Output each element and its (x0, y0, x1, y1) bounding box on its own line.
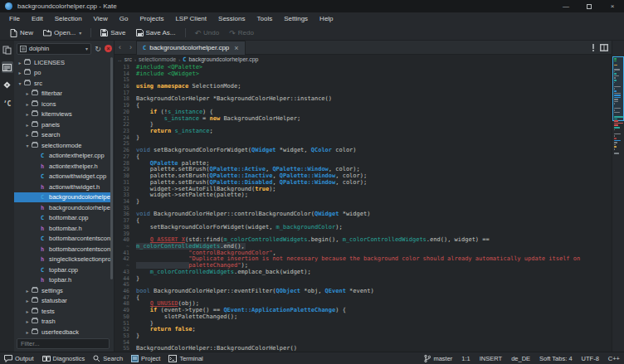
tree-item-tests[interactable]: ▸tests (14, 306, 110, 317)
minimap-scrollbar[interactable] (612, 41, 624, 352)
chevron-collapsed-icon[interactable]: ▸ (24, 90, 31, 96)
chevron-collapsed-icon[interactable]: ▸ (24, 111, 31, 117)
code-row[interactable]: 22 } (115, 121, 599, 128)
code-row[interactable]: ~ paletteChanged"); (115, 262, 599, 269)
menu-item-help[interactable]: Help (314, 12, 339, 26)
tree-item-topbar-cpp[interactable]: Ctopbar.cpp (14, 265, 110, 275)
chevron-collapsed-icon[interactable]: ▸ (24, 288, 31, 294)
save-button[interactable]: Save (95, 27, 130, 38)
code-row[interactable]: 32 widget->setAutoFillBackground(true); (115, 186, 599, 192)
tree-item-trash[interactable]: ▸trash (14, 317, 110, 328)
code-row[interactable]: 19{ (115, 102, 599, 109)
split-view-icon[interactable] (600, 44, 608, 51)
code-row[interactable]: 44} (115, 275, 599, 282)
code-row[interactable]: 20 if (!s_instance) { (115, 109, 599, 115)
sidebar-tool-symbols[interactable]: ʼC (2, 96, 13, 108)
chevron-down-icon[interactable]: ▾ (79, 30, 81, 36)
code-row[interactable]: 23 return s_instance; (115, 128, 599, 134)
tree-item-userfeedback[interactable]: ▸userfeedback (14, 327, 110, 337)
tree-item-bottombarcontentscont-[interactable]: Cbottombarcontentscont... (14, 234, 110, 245)
chevron-collapsed-icon[interactable]: ▸ (24, 318, 31, 324)
code-row[interactable]: 17 (115, 90, 599, 96)
chevron-collapsed-icon[interactable]: ▸ (24, 308, 31, 314)
code-row[interactable]: 30 palette.setBrush(QPalette::Inactive, … (115, 172, 599, 179)
code-row[interactable]: 13#include <QPalette> (115, 64, 599, 70)
chevron-expanded-icon[interactable]: ▾ (24, 143, 31, 148)
code-row[interactable]: 29 palette.setBrush(QPalette::Active, QP… (115, 167, 599, 173)
maximize-button[interactable] (578, 0, 601, 12)
code-row[interactable]: 52 return false; (115, 326, 599, 332)
tool-button-terminal[interactable]: Terminal (168, 355, 202, 362)
menu-item-lsp-client[interactable]: LSP Client (169, 12, 212, 26)
code-row[interactable]: 21 s_instance = new BackgroundColorHelpe… (115, 115, 599, 122)
code-row[interactable]: 53} (115, 332, 599, 339)
code-row[interactable]: 46bool BackgroundColorHelper::eventFilte… (115, 288, 599, 294)
code-row[interactable]: 41 "controlBackgroundColor", (115, 250, 599, 256)
chevron-collapsed-icon[interactable]: ▸ (24, 329, 31, 335)
tree-item-po[interactable]: ▸po (14, 68, 110, 79)
tree-item-selectionmode[interactable]: ▾selectionmode (14, 140, 110, 151)
code-row[interactable]: 47{ (115, 294, 599, 301)
sidebar-tool-documents[interactable] (2, 44, 13, 56)
tree-item-licenses[interactable]: ▸LICENSES (14, 57, 110, 68)
code-row[interactable]: 42 "Duplicate insertion is not necessary… (115, 256, 599, 263)
sidebar-tool-git[interactable] (2, 79, 13, 90)
new-button[interactable]: New (5, 27, 38, 39)
code-row[interactable]: 27{ (115, 153, 599, 160)
tool-button-diagnostics[interactable]: Diagnostics (42, 355, 85, 362)
tab-backgroundcolorhelper[interactable]: C backgroundcolorhelper.cpp × (136, 41, 246, 55)
code-row[interactable]: 16using namespace SelectionMode; (115, 83, 599, 90)
code-row[interactable]: 24} (115, 134, 599, 141)
code-row[interactable]: 45 (115, 281, 599, 288)
tree-item-actionwithwidget-cpp[interactable]: Cactionwithwidget.cpp (14, 172, 110, 182)
code-row[interactable]: 36void BackgroundColorHelper::controlBac… (115, 211, 599, 218)
chevron-collapsed-icon[interactable]: ▸ (17, 60, 23, 66)
code-row[interactable]: 34} (115, 198, 599, 205)
code-row[interactable]: 35 (115, 205, 599, 211)
code-row[interactable]: 51 } (115, 320, 599, 327)
tree-filter-input[interactable] (17, 338, 110, 349)
tree-item-panels[interactable]: ▸panels (14, 119, 110, 130)
code-row[interactable]: 50 slotPaletteChanged(); (115, 313, 599, 320)
chevron-collapsed-icon[interactable]: ▸ (24, 122, 31, 128)
menu-item-go[interactable]: Go (114, 12, 134, 26)
nav-back-icon[interactable]: ‹ (115, 43, 125, 51)
tree-item-bottombar-h[interactable]: hbottombar.h (14, 223, 110, 234)
project-selector[interactable]: dolphin ▾ (17, 43, 91, 55)
menu-item-edit[interactable]: Edit (26, 12, 49, 26)
chevron-collapsed-icon[interactable]: ▸ (24, 101, 31, 107)
open-button[interactable]: Open...▾ (38, 27, 86, 38)
menu-item-sessions[interactable]: Sessions (212, 12, 251, 26)
tree-item-kitemviews[interactable]: ▸kitemviews (14, 109, 110, 120)
menu-item-tools[interactable]: Tools (251, 12, 279, 26)
tree-item-actiontexthelper-h[interactable]: hactiontexthelper.h (14, 161, 110, 172)
breadcrumb-src[interactable]: src (124, 56, 132, 62)
tree-item-backgroundcolorhelper-h[interactable]: hbackgroundcolorhelper.h (14, 202, 110, 213)
tool-button-output[interactable]: Output (4, 355, 34, 362)
menu-item-settings[interactable]: Settings (278, 12, 314, 26)
tree-item-bottombar-cpp[interactable]: Cbottombar.cpp (14, 213, 110, 224)
code-row[interactable]: 26void setBackgroundColorForWidget(QWidg… (115, 147, 599, 153)
tree-item-filterbar[interactable]: ▸filterbar (14, 89, 110, 99)
code-row[interactable]: 14#include <QWidget> (115, 70, 599, 77)
code-row[interactable]: 43 m_colorControlledWidgets.emplace_back… (115, 269, 599, 275)
code-row[interactable]: 15 (115, 76, 599, 83)
tree-item-statusbar[interactable]: ▸statusbar (14, 296, 110, 307)
chevron-collapsed-icon[interactable]: ▸ (24, 132, 31, 138)
tree-item-settings[interactable]: ▸settings (14, 285, 110, 296)
breadcrumb-selectionmode[interactable]: selectionmode (139, 56, 176, 62)
tree-scrollbar[interactable] (110, 57, 113, 279)
status-utf-8[interactable]: UTF-8 (582, 355, 599, 362)
menu-item-file[interactable]: File (3, 12, 26, 26)
code-row[interactable]: 49 if (event->type() == QEvent::Applicat… (115, 307, 599, 313)
tool-button-project[interactable]: Project (131, 355, 160, 362)
chevron-collapsed-icon[interactable]: ▸ (17, 70, 23, 75)
code-row[interactable]: 25 (115, 141, 599, 148)
code-row[interactable]: ~m_colorControlledWidgets.end(), (115, 243, 599, 250)
chevron-expanded-icon[interactable]: ▾ (17, 80, 23, 86)
status-soft-tabs-4[interactable]: Soft Tabs: 4 (539, 355, 572, 362)
code-row[interactable]: 54 (115, 339, 599, 346)
code-row[interactable]: 18BackgroundColorHelper *BackgroundColor… (115, 96, 599, 103)
menu-item-view[interactable]: View (88, 12, 114, 26)
sidebar-tool-filesystem[interactable] (2, 61, 13, 73)
